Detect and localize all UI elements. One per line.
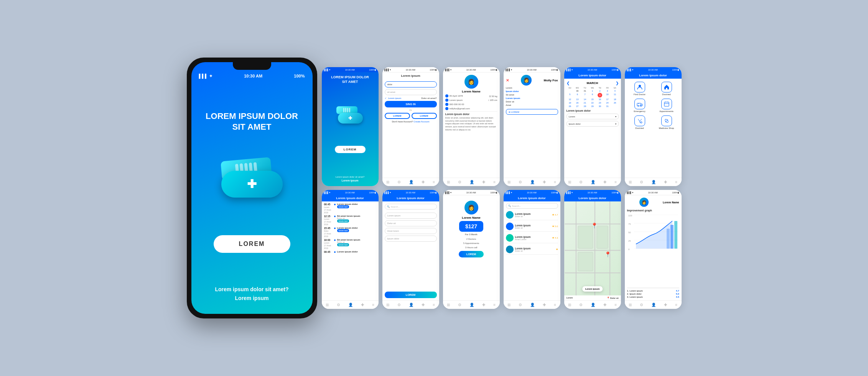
nav-gear[interactable]: ⚙ [640, 180, 643, 184]
field-3[interactable]: Amet lorem [385, 228, 437, 234]
input-sitamet[interactable]: sit amet [385, 89, 437, 95]
nav-person[interactable]: 👤 [651, 303, 656, 307]
nav-gear[interactable]: ⚙ [397, 180, 401, 184]
next-month[interactable]: ❯ [616, 81, 619, 85]
nav-plus[interactable]: ✚ [361, 303, 364, 307]
nav-person[interactable]: 👤 [591, 303, 595, 307]
cal-day[interactable]: 26 [567, 105, 574, 108]
cal-day[interactable]: 1 [589, 89, 596, 92]
nav-menu[interactable]: ≡ [433, 180, 435, 184]
nav-person[interactable]: 👤 [651, 180, 656, 184]
field-4[interactable]: Ipsum dolor [385, 236, 437, 242]
cal-day[interactable]: 3 [604, 89, 611, 92]
nav-person[interactable]: 👤 [469, 180, 474, 184]
cal-day[interactable]: 15 [589, 98, 596, 101]
social-btn-1[interactable]: LOREM [385, 113, 410, 119]
nav-plus[interactable]: ✚ [422, 180, 425, 184]
nav-grid[interactable]: ⊞ [447, 303, 450, 307]
nav-grid[interactable]: ⊞ [326, 303, 329, 307]
cal-day[interactable]: 31 [604, 105, 611, 108]
cal-day[interactable]: 4 [611, 89, 619, 92]
cal-day[interactable]: 6 [574, 93, 581, 97]
icon-emergency[interactable]: Emergency [628, 99, 652, 112]
cal-day[interactable]: 17 [604, 98, 611, 101]
icon-find-doctor[interactable]: Find Doctor [628, 82, 652, 96]
nav-menu[interactable]: ≡ [675, 303, 677, 307]
nav-plus[interactable]: ✚ [543, 180, 546, 184]
nav-menu[interactable]: ≡ [433, 303, 435, 307]
main-cta-button[interactable]: LOREM [214, 235, 290, 253]
cal-day[interactable]: 30 [574, 89, 581, 92]
social-btn-2[interactable]: LOREM [412, 113, 437, 119]
nav-grid[interactable]: ⊞ [386, 180, 389, 184]
nav-menu[interactable]: ≡ [554, 180, 556, 184]
nav-person[interactable]: 👤 [409, 303, 413, 307]
nav-menu[interactable]: ≡ [493, 303, 496, 307]
nav-menu[interactable]: ≡ [675, 180, 677, 184]
nav-menu[interactable]: ≡ [554, 303, 556, 307]
nav-grid[interactable]: ⊞ [629, 303, 632, 307]
nav-plus[interactable]: ✚ [664, 303, 667, 307]
cal-day[interactable]: 25 [611, 101, 619, 104]
icon-medicine[interactable]: Medicine Shop [655, 115, 679, 129]
nav-plus[interactable]: ✚ [482, 303, 485, 307]
nav-grid[interactable]: ⊞ [386, 303, 389, 307]
create-account-link[interactable]: Don't have Account? Create Account [392, 120, 430, 123]
nav-grid[interactable]: ⊞ [447, 180, 450, 184]
doc-row-1[interactable]: Lorem ipsum Dolor sit ★ 4.7 [506, 210, 558, 220]
signin-button[interactable]: SING IN [385, 101, 437, 107]
cal-day[interactable]: 29 [589, 105, 596, 108]
nav-plus[interactable]: ✚ [482, 180, 485, 184]
cal-day[interactable] [611, 105, 619, 108]
cal-day[interactable]: 22 [589, 101, 596, 104]
icon-doctried2[interactable]: Doctried [628, 115, 652, 129]
nav-menu[interactable]: ≡ [372, 303, 374, 307]
nav-gear[interactable]: ⚙ [519, 303, 522, 307]
cal-day[interactable]: 28 [581, 105, 589, 108]
nav-person[interactable]: 👤 [591, 180, 595, 184]
cal-day[interactable]: 30 [596, 105, 604, 108]
cal-day[interactable]: 21 [581, 101, 589, 104]
doctor-search[interactable]: 🔍 Search... [506, 203, 558, 209]
close-icon[interactable]: ✕ [506, 78, 509, 82]
nav-gear[interactable]: ⚙ [579, 180, 583, 184]
nav-person[interactable]: 👤 [530, 180, 535, 184]
nav-grid[interactable]: ⊞ [568, 180, 571, 184]
nav-grid[interactable]: ⊞ [507, 180, 511, 184]
cal-day[interactable]: 14 [581, 98, 589, 101]
cal-day[interactable]: 2 [596, 89, 604, 92]
cal-day[interactable]: 13 [574, 98, 581, 101]
nav-gear[interactable]: ⚙ [519, 180, 522, 184]
cal-day[interactable]: 7 [581, 93, 589, 97]
cal-day[interactable]: 27 [574, 105, 581, 108]
nav-gear[interactable]: ⚙ [579, 303, 583, 307]
cal-day[interactable]: 16 [596, 98, 604, 101]
doc-row-4[interactable]: Lorem ipsum Dolor sit ★ [506, 244, 558, 255]
map-label-badge[interactable]: Lorem ipsum [582, 286, 603, 292]
cal-day[interactable]: 8 [589, 93, 596, 97]
input-dolor[interactable]: dolor [385, 81, 437, 87]
nav-gear[interactable]: ⚙ [640, 303, 643, 307]
nav-menu[interactable]: ≡ [493, 180, 496, 184]
nav-person[interactable]: 👤 [348, 303, 353, 307]
nav-grid[interactable]: ⊞ [568, 303, 571, 307]
footer-link[interactable]: Lorem ipsum [235, 295, 269, 301]
cal-day[interactable] [567, 89, 574, 92]
cal-day-today[interactable]: 9 [598, 93, 602, 97]
cal-day[interactable]: 5 [567, 93, 574, 97]
dropdown-2[interactable]: Ipsum dolor ▾ [567, 121, 619, 127]
cal-day[interactable]: 10 [604, 93, 611, 97]
nav-gear[interactable]: ⚙ [337, 303, 340, 307]
nav-grid[interactable]: ⊞ [629, 180, 632, 184]
nav-gear[interactable]: ⚙ [397, 303, 401, 307]
cal-day[interactable]: 23 [596, 101, 604, 104]
dropdown-1[interactable]: Lorem ▾ [567, 114, 619, 119]
cal-day[interactable]: 12 [567, 98, 574, 101]
splash-btn[interactable]: LOREM [335, 146, 366, 153]
prev-month[interactable]: ❮ [567, 81, 570, 85]
nav-gear[interactable]: ⚙ [458, 180, 461, 184]
nav-menu[interactable]: ≡ [614, 180, 617, 184]
cal-day[interactable]: 18 [611, 98, 619, 101]
logout-btn[interactable]: ⬅ LOREM [506, 109, 558, 115]
cal-day[interactable]: 19 [567, 101, 574, 104]
